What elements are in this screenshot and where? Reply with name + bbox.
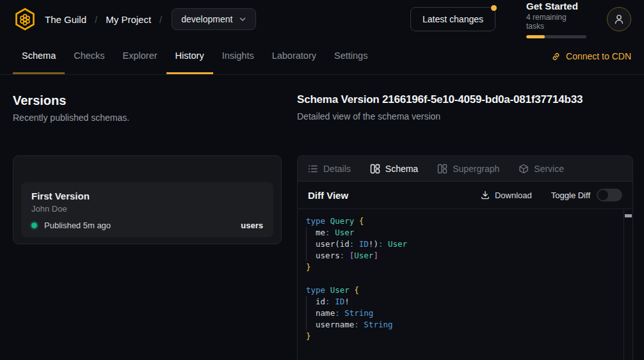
nav-tab-history[interactable]: History [166, 38, 213, 74]
code-line [306, 273, 622, 285]
columns-icon [437, 164, 447, 174]
guild-logo-icon[interactable] [13, 7, 37, 31]
indent-guide [306, 296, 307, 331]
latest-changes-label: Latest changes [423, 14, 483, 24]
nav-tab-laboratory[interactable]: Laboratory [263, 38, 325, 74]
schema-code-viewer[interactable]: type Query { me: User user(id: ID!): Use… [298, 209, 632, 360]
tab-schema-label: Schema [385, 164, 418, 174]
breadcrumb-separator: / [95, 14, 97, 25]
code-line: users: [User] [306, 250, 622, 262]
version-status-row: Published 5m ago users [31, 221, 263, 230]
scrollbar-thumb[interactable] [625, 214, 632, 217]
version-author: John Doe [31, 204, 263, 214]
connect-to-cdn-label: Connect to CDN [566, 51, 631, 61]
code-line: type Query { [306, 215, 622, 227]
tab-supergraph-label: Supergraph [453, 164, 499, 174]
breadcrumb-separator: / [159, 14, 162, 25]
get-started-progressbar[interactable] [526, 35, 586, 38]
nav-tab-checks[interactable]: Checks [65, 38, 113, 74]
code-line: type User { [306, 285, 622, 296]
link-icon [551, 52, 561, 61]
get-started-widget: Get Started 4 remaining tasks [526, 1, 586, 38]
breadcrumb-project[interactable]: My Project [106, 14, 151, 25]
indent-guide [306, 227, 307, 262]
columns-icon [370, 164, 380, 174]
version-detail-card: Details Schema [297, 155, 633, 360]
versions-title: Versions [13, 93, 282, 108]
toggle-knob [598, 190, 608, 200]
nav-tab-schema[interactable]: Schema [13, 38, 65, 74]
tab-supergraph[interactable]: Supergraph [437, 164, 499, 174]
code-line: me: User [306, 227, 622, 239]
code-line: id: ID! [306, 296, 622, 308]
version-service-badge: users [241, 221, 263, 230]
version-detail-subtitle: Detailed view of the schema version [297, 111, 633, 121]
version-name: First Version [31, 191, 263, 201]
code-line: user(id: ID!): User [306, 239, 622, 250]
toggle-diff-label: Toggle Diff [551, 191, 590, 200]
versions-list-card: First Version John Doe Published 5m ago … [13, 155, 282, 244]
tab-details[interactable]: Details [308, 164, 351, 174]
chevron-down-icon [239, 15, 246, 23]
version-detail-title: Schema Version 2166196f-5e10-4059-bd0a-0… [297, 93, 633, 106]
code-line: name: String [306, 308, 622, 319]
version-list-item[interactable]: First Version John Doe Published 5m ago … [21, 182, 273, 237]
header-right: Latest changes Get Started 4 remaining t… [410, 1, 631, 38]
version-detail-panel: Schema Version 2166196f-5e10-4059-bd0a-0… [297, 93, 633, 360]
code-line: } [306, 331, 622, 342]
toggle-diff-switch[interactable] [597, 189, 622, 201]
nav-tab-explorer[interactable]: Explorer [114, 38, 166, 74]
version-status-text: Published 5m ago [44, 221, 111, 230]
diff-view-header: Diff View Download Toggle Diff [298, 182, 632, 209]
nav-tab-settings[interactable]: Settings [325, 38, 376, 74]
notification-dot [491, 5, 497, 11]
get-started-progress-fill [526, 35, 545, 38]
person-icon [613, 13, 625, 25]
list-icon [308, 164, 318, 174]
published-status-dot [31, 223, 37, 228]
main-content: Versions Recently published schemas. Fir… [0, 75, 644, 360]
get-started-title: Get Started [526, 1, 586, 12]
diff-view-title: Diff View [308, 190, 348, 201]
breadcrumb-org[interactable]: The Guild [45, 14, 86, 25]
versions-subtitle: Recently published schemas. [13, 113, 282, 123]
tab-service-label: Service [534, 164, 564, 174]
code-line: username: String [306, 319, 622, 331]
primary-nav: Schema Checks Explorer History Insights … [0, 38, 644, 75]
connect-to-cdn-link[interactable]: Connect to CDN [551, 38, 631, 74]
cube-icon [519, 164, 529, 174]
tab-schema[interactable]: Schema [370, 164, 418, 174]
target-selector-value: development [181, 14, 232, 24]
target-selector[interactable]: development [172, 8, 256, 30]
code-scrollbar [624, 209, 632, 360]
download-label: Download [495, 191, 532, 200]
tab-details-label: Details [323, 164, 351, 174]
download-button[interactable]: Download [481, 191, 532, 200]
app-header: The Guild / My Project / development Lat… [0, 0, 644, 38]
download-icon [481, 191, 490, 200]
latest-changes-button[interactable]: Latest changes [410, 7, 495, 31]
code-lines: type Query { me: User user(id: ID!): Use… [306, 215, 622, 342]
nav-tab-insights[interactable]: Insights [213, 38, 263, 74]
tab-service[interactable]: Service [519, 164, 564, 174]
detail-tabbar: Details Schema [298, 156, 632, 182]
user-avatar[interactable] [607, 7, 631, 31]
code-line: } [306, 262, 622, 273]
get-started-subtitle: 4 remaining tasks [526, 13, 586, 31]
versions-panel: Versions Recently published schemas. Fir… [13, 93, 282, 360]
page: { "colors": { "accent_gold": "#f4b740", … [0, 0, 644, 360]
